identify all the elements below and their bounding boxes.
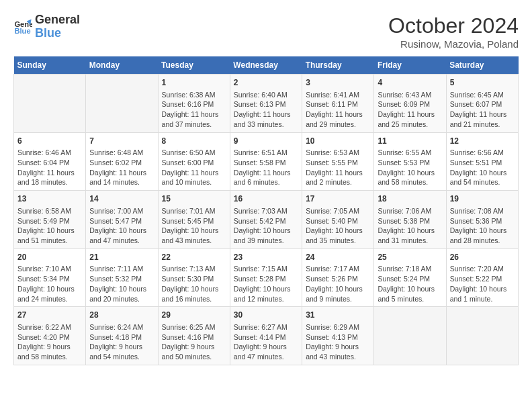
week-row-2: 6Sunrise: 6:46 AMSunset: 6:04 PMDaylight…: [14, 132, 519, 191]
calendar-cell: 29Sunrise: 6:25 AMSunset: 4:16 PMDayligh…: [158, 307, 230, 365]
day-number: 27: [17, 310, 82, 321]
logo-icon: General Blue: [13, 17, 32, 36]
calendar-cell: 30Sunrise: 6:27 AMSunset: 4:14 PMDayligh…: [230, 307, 302, 365]
day-info: Daylight: 9 hours and 54 minutes.: [89, 342, 154, 361]
day-info: Daylight: 10 hours and 51 minutes.: [17, 226, 82, 245]
day-number: 21: [89, 252, 154, 263]
day-info: Sunrise: 7:00 AM: [89, 206, 154, 216]
day-number: 16: [234, 193, 298, 205]
day-number: 29: [162, 310, 226, 321]
day-info: Daylight: 11 hours and 37 minutes.: [162, 109, 226, 129]
day-info: Sunset: 5:45 PM: [162, 216, 226, 226]
day-info: Sunrise: 7:01 AM: [162, 206, 226, 216]
calendar-cell: 10Sunrise: 6:53 AMSunset: 5:55 PMDayligh…: [302, 132, 374, 191]
day-number: 1: [162, 77, 226, 89]
calendar-cell: 11Sunrise: 6:55 AMSunset: 5:53 PMDayligh…: [374, 132, 446, 191]
day-info: Daylight: 11 hours and 33 minutes.: [234, 109, 298, 129]
day-info: Daylight: 9 hours and 43 minutes.: [306, 342, 370, 361]
day-number: 7: [89, 136, 154, 147]
subtitle: Rusinow, Mazovia, Poland: [388, 38, 519, 50]
day-info: Sunset: 6:16 PM: [162, 99, 226, 109]
day-info: Sunrise: 6:38 AM: [162, 90, 226, 100]
day-info: Sunset: 4:20 PM: [17, 332, 82, 342]
day-info: Sunrise: 6:41 AM: [306, 90, 370, 100]
day-info: Sunset: 6:04 PM: [17, 158, 82, 168]
calendar-cell: 23Sunrise: 7:15 AMSunset: 5:28 PMDayligh…: [230, 248, 302, 307]
day-info: Sunrise: 6:29 AM: [306, 322, 370, 332]
day-info: Sunset: 5:55 PM: [306, 158, 370, 168]
calendar-cell: 24Sunrise: 7:17 AMSunset: 5:26 PMDayligh…: [302, 248, 374, 307]
day-info: Daylight: 9 hours and 47 minutes.: [234, 342, 298, 361]
calendar-cell: [446, 307, 518, 365]
calendar-cell: 7Sunrise: 6:48 AMSunset: 6:02 PMDaylight…: [86, 132, 158, 191]
header-tuesday: Tuesday: [158, 56, 230, 75]
day-number: 20: [17, 252, 82, 263]
title-block: October 2024 Rusinow, Mazovia, Poland: [388, 13, 519, 50]
week-row-4: 20Sunrise: 7:10 AMSunset: 5:34 PMDayligh…: [14, 248, 519, 307]
day-info: Sunrise: 6:46 AM: [17, 148, 82, 158]
day-info: Daylight: 10 hours and 24 minutes.: [17, 284, 82, 304]
calendar-cell: 27Sunrise: 6:22 AMSunset: 4:20 PMDayligh…: [14, 307, 86, 365]
day-number: 4: [378, 77, 442, 89]
day-number: 14: [89, 193, 154, 205]
week-row-5: 27Sunrise: 6:22 AMSunset: 4:20 PMDayligh…: [14, 307, 519, 365]
day-number: 25: [378, 252, 442, 263]
calendar-cell: [374, 307, 446, 365]
day-info: Sunrise: 7:18 AM: [378, 264, 442, 274]
day-info: Sunrise: 7:10 AM: [17, 264, 82, 274]
header-row: SundayMondayTuesdayWednesdayThursdayFrid…: [14, 56, 519, 75]
day-number: 18: [378, 193, 442, 205]
day-info: Daylight: 10 hours and 20 minutes.: [89, 284, 154, 304]
day-info: Sunrise: 6:27 AM: [234, 322, 298, 332]
day-number: 9: [234, 136, 298, 147]
day-info: Daylight: 11 hours and 25 minutes.: [378, 109, 442, 129]
calendar-cell: 25Sunrise: 7:18 AMSunset: 5:24 PMDayligh…: [374, 248, 446, 307]
calendar-cell: [86, 75, 158, 133]
calendar-body: 1Sunrise: 6:38 AMSunset: 6:16 PMDaylight…: [14, 75, 519, 365]
day-number: 3: [306, 77, 370, 89]
day-info: Sunrise: 6:24 AM: [89, 322, 154, 332]
svg-text:Blue: Blue: [14, 27, 30, 35]
day-info: Daylight: 10 hours and 16 minutes.: [162, 284, 226, 304]
day-info: Sunrise: 6:56 AM: [450, 148, 515, 158]
day-number: 19: [450, 193, 515, 205]
calendar-cell: 9Sunrise: 6:51 AMSunset: 5:58 PMDaylight…: [230, 132, 302, 191]
header-friday: Friday: [374, 56, 446, 75]
day-info: Daylight: 10 hours and 12 minutes.: [234, 284, 298, 304]
day-info: Sunrise: 6:43 AM: [378, 90, 442, 100]
day-info: Sunset: 5:36 PM: [450, 216, 515, 226]
calendar-cell: 8Sunrise: 6:50 AMSunset: 6:00 PMDaylight…: [158, 132, 230, 191]
day-number: 5: [450, 77, 515, 89]
day-info: Daylight: 10 hours and 47 minutes.: [89, 226, 154, 245]
day-info: Daylight: 10 hours and 1 minute.: [450, 284, 515, 304]
day-number: 31: [306, 310, 370, 321]
day-info: Sunset: 5:32 PM: [89, 274, 154, 284]
day-number: 13: [17, 193, 82, 205]
day-info: Sunset: 6:02 PM: [89, 158, 154, 168]
day-info: Daylight: 10 hours and 9 minutes.: [306, 284, 370, 304]
day-info: Daylight: 11 hours and 21 minutes.: [450, 109, 515, 129]
day-info: Sunset: 5:38 PM: [378, 216, 442, 226]
day-info: Sunset: 5:22 PM: [450, 274, 515, 284]
calendar-cell: 26Sunrise: 7:20 AMSunset: 5:22 PMDayligh…: [446, 248, 518, 307]
logo-line2: Blue: [35, 27, 80, 40]
day-info: Sunset: 6:07 PM: [450, 99, 515, 109]
day-info: Sunset: 6:13 PM: [234, 99, 298, 109]
header-saturday: Saturday: [446, 56, 518, 75]
week-row-1: 1Sunrise: 6:38 AMSunset: 6:16 PMDaylight…: [14, 75, 519, 133]
day-info: Sunrise: 7:20 AM: [450, 264, 515, 274]
calendar-header: SundayMondayTuesdayWednesdayThursdayFrid…: [14, 56, 519, 75]
day-info: Daylight: 11 hours and 14 minutes.: [89, 168, 154, 187]
day-info: Sunrise: 7:15 AM: [234, 264, 298, 274]
day-number: 8: [162, 136, 226, 147]
calendar-cell: 31Sunrise: 6:29 AMSunset: 4:13 PMDayligh…: [302, 307, 374, 365]
main-title: October 2024: [388, 13, 519, 38]
day-number: 28: [89, 310, 154, 321]
day-info: Sunrise: 7:05 AM: [306, 206, 370, 216]
day-info: Sunset: 5:28 PM: [234, 274, 298, 284]
day-info: Sunrise: 6:25 AM: [162, 322, 226, 332]
day-info: Sunrise: 6:48 AM: [89, 148, 154, 158]
day-info: Sunrise: 7:17 AM: [306, 264, 370, 274]
day-number: 30: [234, 310, 298, 321]
day-info: Daylight: 11 hours and 29 minutes.: [306, 109, 370, 129]
